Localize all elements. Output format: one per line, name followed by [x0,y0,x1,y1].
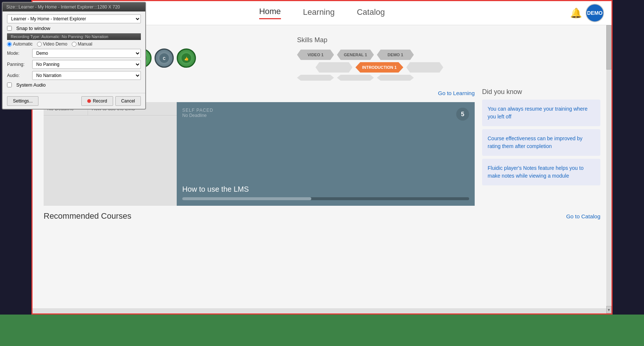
nav-home[interactable]: Home [259,7,281,19]
radio-video-demo-label[interactable]: Video Demo [37,41,67,47]
panning-dropdown[interactable]: No Panning [32,60,141,69]
scrollbar-thumb[interactable] [606,25,611,70]
svg-text:C: C [163,57,165,61]
rec-header: Recommended Courses Go to Catalog [44,211,600,221]
hex-general1[interactable]: GENERAL 1 [337,50,374,60]
timeline-card[interactable]: SELF PACED No Deadline 5 How to use the … [177,102,475,206]
card-progress-track [182,197,469,200]
snap-label: Snap to window [16,26,50,31]
system-audio-row: System Audio [7,82,141,88]
skills-map-title: Skills Map [297,36,597,44]
hex-row-1: VIDEO 1 GENERAL 1 DEMO 1 [297,50,597,60]
card-title: How to use the LMS [182,185,469,194]
hex-video1[interactable]: VIDEO 1 [297,50,334,60]
card-bottom: How to use the LMS [182,185,469,200]
tip-card-1[interactable]: You can always resume your training wher… [482,100,600,126]
system-audio-label: System Audio [16,82,46,88]
card-label: SELF PACED [182,108,213,113]
cancel-button[interactable]: Cancel [115,96,141,106]
record-button[interactable]: Record [81,96,113,106]
did-you-know-section: Did you know You can always resume your … [482,88,600,206]
badge-green2: 👍 [177,48,196,68]
panning-label: Panning: [7,62,29,67]
nav-catalog[interactable]: Catalog [357,7,385,19]
window-dropdown[interactable]: Learner - My Home - Internet Explorer [7,14,141,23]
card-labels: SELF PACED No Deadline [182,108,213,118]
recommended-section: Recommended Courses Go to Catalog [33,206,611,226]
svg-text:👍: 👍 [184,56,189,61]
radio-manual[interactable] [72,42,77,47]
settings-button[interactable]: Settings... [7,96,38,106]
radio-automatic-label[interactable]: Automatic [7,41,33,47]
hex-intro1[interactable]: INTRODUCTION 1 [355,62,403,73]
dyk-inner: Did you know You can always resume your … [482,88,600,185]
snap-row: Snap to window [7,26,141,31]
card-deadline-text: No Deadline [182,113,213,118]
badge-grey: C [155,48,174,68]
dialog-title-text: Size:::Learner - My Home - Internet Expl… [6,4,120,10]
recording-type-bar: Recording Type::Automatic::No Panning::N… [7,33,141,40]
rec-title: Recommended Courses [44,211,131,221]
scroll-down-arrow[interactable]: ▼ [606,306,611,313]
dialog-content: Learner - My Home - Internet Explorer Sn… [3,11,145,93]
dyk-title: Did you know [482,88,600,96]
background-ground [0,315,644,346]
panning-row: Panning: No Panning [7,60,141,69]
hex-row-3 [297,75,597,81]
audio-row: Audio: No Narration [7,71,141,80]
hex-demo1[interactable]: DEMO 1 [377,50,414,60]
card-count-badge: 5 [456,108,469,121]
radio-video-demo[interactable] [37,42,42,47]
hex-empty3 [297,75,334,81]
mode-dropdown[interactable]: Demo [32,49,141,58]
record-dot-icon [87,99,91,103]
bell-icon[interactable]: 🔔 [570,7,582,19]
hex-row-2: INTRODUCTION 1 [315,62,597,73]
window-selector-row: Learner - My Home - Internet Explorer [7,14,141,23]
mode-label: Mode: [7,51,29,56]
audio-label: Audio: [7,73,29,78]
avatar[interactable]: DEMO [586,4,604,22]
timeline-left: No Deadline How to use the LMS [44,102,177,206]
audio-dropdown[interactable]: No Narration [32,71,141,80]
timeline-container: No Deadline How to use the LMS SELF PACE… [44,102,475,206]
go-to-learning-link[interactable]: Go to Learning [438,90,475,96]
go-to-catalog-link[interactable]: Go to Catalog [566,213,600,219]
dialog-buttons: Settings... Record Cancel [3,93,145,109]
timeline-empty-area [44,115,177,206]
dialog-titlebar[interactable]: Size:::Learner - My Home - Internet Expl… [3,3,145,11]
radio-manual-label[interactable]: Manual [72,41,92,47]
scrollbar-bottom[interactable] [33,308,606,313]
tip-card-2[interactable]: Course effectiveness can be improved by … [482,129,600,156]
nav-learning[interactable]: Learning [303,7,335,19]
hex-empty1 [315,62,352,73]
card-progress-bar [182,197,311,200]
recording-dialog: Size:::Learner - My Home - Internet Expl… [2,2,146,110]
radio-group: Automatic Video Demo Manual [7,41,141,47]
mode-row: Mode: Demo [7,49,141,58]
hex-empty4 [337,75,374,81]
hexagon-grid: VIDEO 1 GENERAL 1 DEMO 1 INTRODUCTION 1 [297,50,597,81]
skills-map: Skills Map VIDEO 1 GENERAL 1 DEMO 1 INTR… [293,33,600,84]
radio-automatic[interactable] [7,42,12,47]
scrollbar-right[interactable]: ▲ ▼ [606,25,611,313]
right-buttons: Record Cancel [81,96,141,106]
hex-empty2 [406,62,443,73]
hex-empty5 [377,75,414,81]
dialog-overlay: Size:::Learner - My Home - Internet Expl… [2,2,146,110]
snap-checkbox[interactable] [7,26,12,31]
system-audio-checkbox[interactable] [7,83,12,87]
tip-card-3[interactable]: Fluidic player's Notes feature helps you… [482,159,600,185]
card-top: SELF PACED No Deadline 5 [182,108,469,121]
